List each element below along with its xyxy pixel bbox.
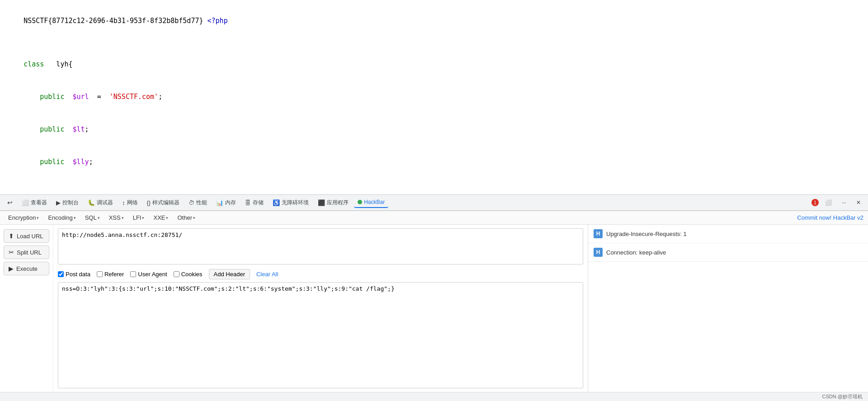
header-row-2: H Connection: keep-alive: [588, 243, 868, 262]
devtools-network-btn[interactable]: ↕ 网络: [118, 197, 142, 208]
encoding-arrow-icon: ▾: [74, 216, 76, 220]
xss-arrow-icon: ▾: [122, 216, 124, 220]
xxe-arrow-icon: ▾: [166, 216, 168, 220]
devtools-bar: ↩ ⬜ 查看器 ▶ 控制台 🐛 调试器 ↕ 网络 {} 样式编辑器 ⏱ 性能 📊…: [0, 194, 868, 211]
hackbar-left-panel: ⬆ Load URL ✂ Split URL ▶ Execute: [0, 225, 53, 392]
inspector-label: 查看器: [31, 199, 47, 207]
url-input[interactable]: [58, 228, 583, 264]
debugger-label: 调试器: [97, 199, 113, 207]
devtools-memory-btn[interactable]: 📊 内存: [212, 197, 240, 208]
devtools-responsive-btn[interactable]: ⬜: [821, 198, 835, 208]
devtools-perf-btn[interactable]: ⏱ 性能: [185, 197, 211, 208]
devtools-hackbar-btn[interactable]: HackBar: [354, 197, 388, 208]
post-data-check[interactable]: [58, 271, 64, 277]
style-label: 样式编辑器: [152, 199, 179, 207]
error-badge: 1: [811, 199, 819, 206]
menu-xss[interactable]: XSS ▾: [105, 213, 127, 222]
devtools-console-btn[interactable]: ▶ 控制台: [52, 197, 82, 208]
lfi-arrow-icon: ▾: [142, 216, 144, 220]
code-title: NSSCTF{87712c12-2696-4b31-953f-8f32b8bf5…: [7, 5, 861, 37]
storage-label: 存储: [253, 199, 264, 207]
devtools-application-btn[interactable]: ⬛ 应用程序: [314, 197, 352, 208]
sql-arrow-icon: ▾: [98, 216, 100, 220]
network-label: 网络: [127, 199, 138, 207]
hackbar-center-panel: Post data Referer User Agent Cookies Add…: [53, 225, 588, 392]
menu-xxe[interactable]: XXE ▾: [150, 213, 172, 222]
menu-encoding[interactable]: Encoding ▾: [44, 213, 79, 222]
post-data-input[interactable]: [58, 282, 583, 388]
console-label: 控制台: [62, 199, 79, 207]
devtools-back-btn[interactable]: ↩: [4, 197, 16, 208]
devtools-more-btn[interactable]: ···: [838, 198, 850, 208]
accessibility-label: 无障碍环境: [282, 199, 309, 207]
options-row: Post data Referer User Agent Cookies Add…: [58, 269, 583, 279]
hackbar-dot-icon: [358, 200, 362, 204]
cookies-checkbox[interactable]: Cookies: [174, 271, 203, 278]
devtools-right-controls: 1 ⬜ ··· ✕: [811, 198, 864, 208]
hackbar-tab-label: HackBar: [364, 199, 385, 205]
add-header-button[interactable]: Add Header: [209, 269, 250, 279]
devtools-debugger-btn[interactable]: 🐛 调试器: [84, 197, 117, 208]
watermark-text: CSDN @妙尽瑶机: [822, 393, 863, 400]
hackbar-right-panel: H Upgrade-Insecure-Requests: 1 H Connect…: [588, 225, 868, 392]
menu-lfi[interactable]: LFI ▾: [129, 213, 148, 222]
devtools-storage-btn[interactable]: 🗄 存储: [241, 197, 267, 208]
execute-button[interactable]: ▶ Execute: [4, 262, 49, 275]
user-agent-check[interactable]: [130, 271, 136, 277]
encryption-arrow-icon: ▾: [37, 216, 39, 220]
devtools-accessibility-btn[interactable]: ♿ 无障碍环境: [269, 197, 312, 208]
split-icon: ✂: [9, 249, 14, 256]
hackbar-content: ⬆ Load URL ✂ Split URL ▶ Execute Post da…: [0, 225, 868, 392]
perf-label: 性能: [196, 199, 207, 207]
devtools-close-btn[interactable]: ✕: [853, 198, 864, 208]
hackbar-menu: Encryption ▾ Encoding ▾ SQL ▾ XSS ▾ LFI …: [0, 211, 868, 225]
url-area-wrap: [58, 228, 583, 266]
devtools-style-btn[interactable]: {} 样式编辑器: [143, 197, 184, 208]
header-value-2: Connection: keep-alive: [606, 249, 666, 256]
bottom-bar: CSDN @妙尽瑶机: [0, 392, 868, 401]
menu-other[interactable]: Other ▾: [174, 213, 199, 222]
execute-icon: ▶: [9, 265, 14, 272]
post-data-checkbox[interactable]: Post data: [58, 271, 90, 278]
header-h-badge-1: H: [594, 229, 603, 238]
load-url-button[interactable]: ⬆ Load URL: [4, 229, 49, 243]
cookies-check[interactable]: [174, 271, 179, 277]
header-h-badge-2: H: [594, 248, 603, 257]
referer-checkbox[interactable]: Referer: [97, 271, 124, 278]
referer-check[interactable]: [97, 271, 103, 277]
hackbar-panel: Encryption ▾ Encoding ▾ SQL ▾ XSS ▾ LFI …: [0, 211, 868, 401]
hackbar-commit-text: Commit now! HackBar v2: [797, 214, 863, 221]
menu-encryption[interactable]: Encryption ▾: [5, 213, 42, 222]
devtools-inspector-btn[interactable]: ⬜ 查看器: [18, 197, 51, 208]
user-agent-checkbox[interactable]: User Agent: [130, 271, 167, 278]
menu-sql[interactable]: SQL ▾: [81, 213, 104, 222]
split-url-button[interactable]: ✂ Split URL: [4, 245, 49, 259]
header-value-1: Upgrade-Insecure-Requests: 1: [606, 231, 687, 237]
load-icon: ⬆: [9, 232, 14, 240]
memory-label: 内存: [225, 199, 236, 207]
code-area: NSSCTF{87712c12-2696-4b31-953f-8f32b8bf5…: [0, 0, 868, 194]
clear-all-link[interactable]: Clear All: [256, 271, 278, 278]
application-label: 应用程序: [327, 199, 349, 207]
other-arrow-icon: ▾: [193, 216, 195, 220]
header-row-1: H Upgrade-Insecure-Requests: 1: [588, 225, 868, 243]
